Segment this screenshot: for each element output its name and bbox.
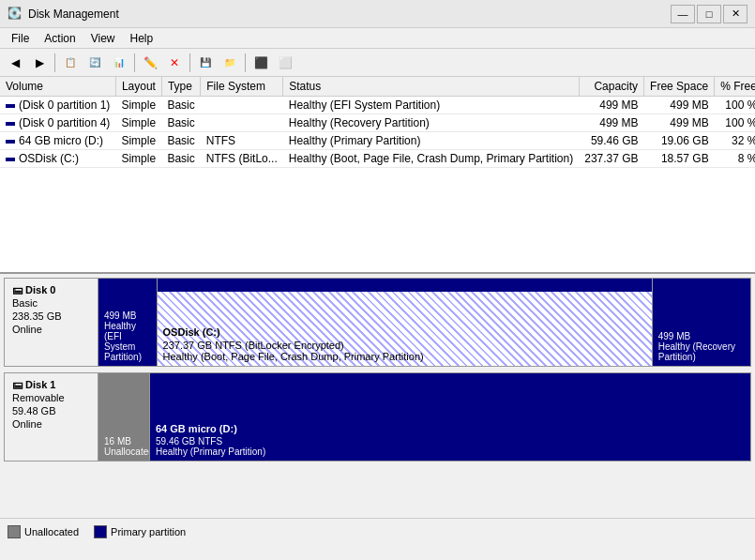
volume-table: Volume Layout Type File System Status Ca… <box>0 77 755 168</box>
cell-type-2: Basic <box>161 132 200 150</box>
disk-1-part-1[interactable]: 16 MB Unallocated <box>98 373 150 461</box>
main-container: Volume Layout Type File System Status Ca… <box>0 77 755 560</box>
toolbar-sep-2 <box>134 53 135 72</box>
toolbar-btn-9[interactable]: ⬜ <box>274 52 296 74</box>
disk-1-part-1-desc: Unallocated <box>104 446 143 457</box>
table-body: (Disk 0 partition 1)SimpleBasicHealthy (… <box>0 97 755 168</box>
toolbar-btn-3[interactable]: 📊 <box>108 52 130 74</box>
menu-file[interactable]: File <box>4 30 37 47</box>
toolbar-btn-1[interactable]: 📋 <box>59 52 82 74</box>
disk-0-label: 🖴 Disk 0 Basic 238.35 GB Online <box>5 279 98 366</box>
disk-0-part-1[interactable]: 499 MB Healthy (EFI System Partition) <box>98 279 158 366</box>
cell-volume-0: (Disk 0 partition 1) <box>0 97 115 114</box>
col-header-capacity: Capacity <box>579 77 643 97</box>
disk-0-part-3-content: 499 MB Healthy (Recovery Partition) <box>658 282 745 362</box>
disk-0-size: 238.35 GB <box>12 310 90 322</box>
col-header-fs: File System <box>201 77 283 97</box>
cell-pcfree-1: 100 % <box>715 114 755 132</box>
menu-action[interactable]: Action <box>37 30 83 47</box>
col-header-pcfree: % Free <box>715 77 755 97</box>
disk-1-part-2-content: 64 GB micro (D:) 59.46 GB NTFS Healthy (… <box>156 377 745 457</box>
toolbar: ◀ ▶ 📋 🔄 📊 ✏️ ✕ 💾 📁 ⬛ ⬜ <box>0 49 755 77</box>
disk-1-part-2-size: 59.46 GB NTFS <box>156 436 745 446</box>
toolbar-sep-1 <box>54 53 55 72</box>
table-header-row: Volume Layout Type File System Status Ca… <box>0 77 755 97</box>
col-header-status: Status <box>283 77 579 97</box>
disk-1-part-1-size: 16 MB <box>104 436 143 446</box>
cell-volume-2: 64 GB micro (D:) <box>0 132 115 150</box>
cell-layout-0: Simple <box>115 97 161 114</box>
cell-capacity-0: 499 MB <box>579 97 643 114</box>
toolbar-btn-7[interactable]: 📁 <box>219 52 241 74</box>
cell-status-3: Healthy (Boot, Page File, Crash Dump, Pr… <box>283 150 579 168</box>
cell-fs-2: NTFS <box>201 132 283 150</box>
cell-type-0: Basic <box>161 97 200 114</box>
disk-1-type: Removable <box>12 392 90 403</box>
cell-type-1: Basic <box>161 114 200 132</box>
menu-view[interactable]: View <box>83 30 123 47</box>
disk-row-1: 🖴 Disk 1 Removable 59.48 GB Online 16 MB… <box>4 372 751 462</box>
toolbar-sep-4 <box>245 53 246 72</box>
cell-layout-3: Simple <box>115 150 161 168</box>
disk-0-part-2-size: 237.37 GB NTFS (BitLocker Encrypted) <box>163 340 646 351</box>
cell-pcfree-0: 100 % <box>715 97 755 114</box>
window-controls: — □ ✕ <box>671 5 747 23</box>
toolbar-sep-3 <box>189 53 190 72</box>
legend-unalloc-label: Unallocated <box>24 526 79 537</box>
disk-0-name: 🖴 Disk 0 <box>12 284 90 295</box>
maximize-button[interactable]: □ <box>697 5 721 23</box>
disk-0-part-1-desc: Healthy (EFI System Partition) <box>104 321 151 362</box>
cell-status-1: Healthy (Recovery Partition) <box>283 114 579 132</box>
toolbar-btn-4[interactable]: ✏️ <box>139 52 161 74</box>
col-header-layout: Layout <box>115 77 161 97</box>
disk-0-part-3-desc: Healthy (Recovery Partition) <box>658 341 745 362</box>
legend-primary-box <box>94 525 107 538</box>
close-button[interactable]: ✕ <box>723 5 747 23</box>
cell-freespace-3: 18.57 GB <box>644 150 715 168</box>
col-header-freespace: Free Space <box>644 77 715 97</box>
cell-layout-2: Simple <box>115 132 161 150</box>
toolbar-forward[interactable]: ▶ <box>28 52 51 74</box>
cell-freespace-1: 499 MB <box>644 114 715 132</box>
toolbar-btn-8[interactable]: ⬛ <box>249 52 272 74</box>
cell-capacity-1: 499 MB <box>579 114 643 132</box>
disk-1-part-1-content: 16 MB Unallocated <box>104 377 143 457</box>
toolbar-back[interactable]: ◀ <box>4 52 26 74</box>
disk-0-part-2-content: OSDisk (C:) 237.37 GB NTFS (BitLocker En… <box>163 282 646 362</box>
disk-1-name: 🖴 Disk 1 <box>12 379 90 390</box>
app-icon: 💽 <box>8 7 23 22</box>
disk-0-part-1-content: 499 MB Healthy (EFI System Partition) <box>104 282 151 362</box>
cell-layout-1: Simple <box>115 114 161 132</box>
cell-capacity-2: 59.46 GB <box>579 132 643 150</box>
cell-fs-1 <box>201 114 283 132</box>
cell-status-2: Healthy (Primary Partition) <box>283 132 579 150</box>
col-header-volume: Volume <box>0 77 115 97</box>
table-row-3[interactable]: OSDisk (C:)SimpleBasicNTFS (BitLo...Heal… <box>0 150 755 168</box>
disk-0-part-2[interactable]: OSDisk (C:) 237.37 GB NTFS (BitLocker En… <box>158 279 653 366</box>
disk-area: 🖴 Disk 0 Basic 238.35 GB Online 499 MB H… <box>0 274 755 518</box>
disk-1-part-2[interactable]: 64 GB micro (D:) 59.46 GB NTFS Healthy (… <box>150 373 750 461</box>
volume-icon-0 <box>6 104 15 108</box>
cell-fs-0 <box>201 97 283 114</box>
toolbar-btn-6[interactable]: 💾 <box>194 52 217 74</box>
cell-status-0: Healthy (EFI System Partition) <box>283 97 579 114</box>
table-row-2[interactable]: 64 GB micro (D:)SimpleBasicNTFSHealthy (… <box>0 132 755 150</box>
menu-help[interactable]: Help <box>123 30 161 47</box>
toolbar-btn-5[interactable]: ✕ <box>163 52 186 74</box>
minimize-button[interactable]: — <box>671 5 695 23</box>
cell-capacity-3: 237.37 GB <box>579 150 643 168</box>
table-row-0[interactable]: (Disk 0 partition 1)SimpleBasicHealthy (… <box>0 97 755 114</box>
disk-1-status: Online <box>12 418 90 430</box>
window-title: Disk Management <box>28 8 671 21</box>
table-area: Volume Layout Type File System Status Ca… <box>0 77 755 274</box>
cell-pcfree-3: 8 % <box>715 150 755 168</box>
volume-icon-1 <box>6 122 15 126</box>
toolbar-btn-2[interactable]: 🔄 <box>83 52 106 74</box>
disk-0-partitions: 499 MB Healthy (EFI System Partition) OS… <box>98 279 750 366</box>
disk-0-part-3[interactable]: 499 MB Healthy (Recovery Partition) <box>653 279 750 366</box>
disk-1-label: 🖴 Disk 1 Removable 59.48 GB Online <box>5 373 98 461</box>
disk-1-partitions: 16 MB Unallocated 64 GB micro (D:) 59.46… <box>98 373 750 461</box>
legend-unallocated: Unallocated <box>8 525 79 538</box>
disk-0-part-1-size: 499 MB <box>104 310 151 321</box>
table-row-1[interactable]: (Disk 0 partition 4)SimpleBasicHealthy (… <box>0 114 755 132</box>
